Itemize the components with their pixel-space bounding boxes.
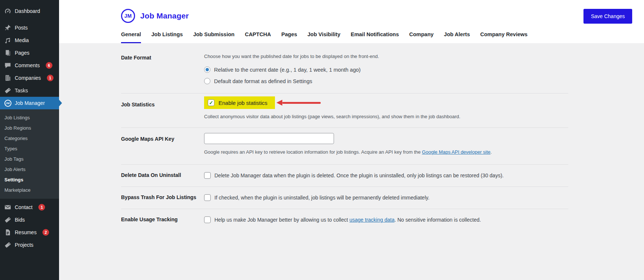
section-divider xyxy=(121,164,568,165)
radio-selected[interactable] xyxy=(204,66,210,73)
save-changes-button[interactable]: Save Changes xyxy=(583,9,632,24)
job-manager-submenu: Job Listings Job Regions Categories Type… xyxy=(0,109,59,199)
radio-label: Default date format as defined in Settin… xyxy=(214,78,312,84)
sidebar-item-label: Resumes xyxy=(15,229,37,235)
usage-tracking-checkbox[interactable] xyxy=(204,216,211,223)
sidebar-item-tasks[interactable]: Tasks xyxy=(0,84,59,97)
setting-description: Choose how you want the published date f… xyxy=(204,54,568,59)
enable-job-statistics-checkbox[interactable] xyxy=(208,99,214,106)
submenu-item-job-listings[interactable]: Job Listings xyxy=(0,112,59,123)
tab-company-reviews[interactable]: Company Reviews xyxy=(480,31,527,43)
tag-icon xyxy=(4,241,11,249)
usage-tracking-data-link[interactable]: usage tracking data xyxy=(349,217,395,223)
sidebar-item-contact[interactable]: Contact 1 xyxy=(0,201,59,214)
settings-tabs: General Job Listings Job Submission CAPT… xyxy=(59,24,644,43)
admin-sidebar: Dashboard Posts Media Pages Comments 6 C… xyxy=(0,0,59,280)
sidebar-item-job-manager[interactable]: JM Job Manager xyxy=(0,97,59,109)
sidebar-item-label: Tasks xyxy=(15,88,28,93)
setting-description: Google requires an API key to retrieve l… xyxy=(204,149,568,155)
sidebar-item-projects[interactable]: Projects xyxy=(0,239,59,251)
plugin-header: JM Job Manager Save Changes xyxy=(59,0,644,24)
checkbox-label: If checked, when the plugin is uninstall… xyxy=(214,194,430,201)
setting-label: Google Maps API Key xyxy=(121,133,204,155)
resumes-count-badge: 2 xyxy=(42,229,49,236)
sidebar-item-comments[interactable]: Comments 6 xyxy=(0,59,59,72)
date-format-row: Date Format Choose how you want the publ… xyxy=(121,54,568,84)
section-divider xyxy=(121,209,568,209)
section-divider xyxy=(121,187,568,187)
google-maps-api-key-input[interactable] xyxy=(204,133,334,144)
sidebar-separator xyxy=(0,17,59,21)
setting-label: Delete Data On Uninstall xyxy=(121,172,204,179)
section-divider xyxy=(121,127,568,128)
sidebar-item-label: Posts xyxy=(15,25,28,31)
pages-icon xyxy=(4,49,11,57)
sidebar-item-label: Job Manager xyxy=(15,100,45,106)
bypass-trash-checkbox[interactable] xyxy=(204,194,211,201)
setting-label: Enable Usage Tracking xyxy=(121,216,204,223)
tab-company[interactable]: Company xyxy=(409,31,434,43)
sidebar-item-pages[interactable]: Pages xyxy=(0,47,59,59)
sidebar-item-bids[interactable]: Bids xyxy=(0,214,59,226)
submenu-item-marketplace[interactable]: Marketplace xyxy=(0,185,59,195)
sidebar-item-dashboard[interactable]: Dashboard xyxy=(0,5,59,17)
tab-job-listings[interactable]: Job Listings xyxy=(151,31,183,43)
tab-email-notifications[interactable]: Email Notifications xyxy=(351,31,399,43)
comment-icon xyxy=(4,62,11,69)
delete-data-checkbox[interactable] xyxy=(204,172,211,179)
tab-job-visibility[interactable]: Job Visibility xyxy=(307,31,340,43)
setting-label: Job Statistics xyxy=(121,96,204,119)
job-statistics-highlight: Enable job statistics xyxy=(204,96,275,109)
dashboard-icon xyxy=(4,7,11,15)
tab-job-alerts[interactable]: Job Alerts xyxy=(444,31,470,43)
submenu-item-job-tags[interactable]: Job Tags xyxy=(0,154,59,164)
tab-general[interactable]: General xyxy=(121,31,141,43)
submenu-item-job-alerts[interactable]: Job Alerts xyxy=(0,164,59,174)
tab-pages[interactable]: Pages xyxy=(281,31,297,43)
submenu-item-job-regions[interactable]: Job Regions xyxy=(0,123,59,133)
sidebar-item-companies[interactable]: Companies 1 xyxy=(0,72,59,84)
date-format-option-default[interactable]: Default date format as defined in Settin… xyxy=(204,78,568,84)
sidebar-item-label: Pages xyxy=(15,50,30,56)
sidebar-item-resumes[interactable]: Resumes 2 xyxy=(0,226,59,239)
job-statistics-row: Job Statistics Enable job statistics Col… xyxy=(121,96,568,119)
sidebar-item-posts[interactable]: Posts xyxy=(0,21,59,34)
submenu-item-categories[interactable]: Categories xyxy=(0,133,59,143)
tab-job-submission[interactable]: Job Submission xyxy=(193,31,234,43)
job-manager-logo: JM Job Manager xyxy=(121,9,189,23)
bypass-trash-row: Bypass Trash For Job Listings If checked… xyxy=(121,194,568,201)
settings-form: Date Format Choose how you want the publ… xyxy=(59,43,644,238)
sidebar-item-label: Media xyxy=(15,37,29,43)
companies-count-badge: 1 xyxy=(47,75,54,81)
document-icon xyxy=(4,229,11,236)
contact-count-badge: 1 xyxy=(38,204,45,211)
jm-logo-icon: JM xyxy=(4,99,11,107)
comments-count-badge: 6 xyxy=(46,62,52,69)
setting-label: Bypass Trash For Job Listings xyxy=(121,194,204,201)
jm-logo-icon: JM xyxy=(121,9,135,23)
submenu-item-settings[interactable]: Settings xyxy=(0,174,59,185)
delete-data-on-uninstall-row: Delete Data On Uninstall Delete Job Mana… xyxy=(121,172,568,179)
google-maps-developer-site-link[interactable]: Google Maps API developer site xyxy=(422,149,490,155)
sidebar-item-label: Companies xyxy=(15,75,41,81)
envelope-icon xyxy=(4,204,11,211)
radio-label: Relative to the current date (e.g., 1 da… xyxy=(214,67,361,73)
sidebar-item-label: Projects xyxy=(15,242,34,248)
sidebar-item-label: Comments xyxy=(15,62,40,68)
radio-unselected[interactable] xyxy=(204,78,210,84)
date-format-option-relative[interactable]: Relative to the current date (e.g., 1 da… xyxy=(204,66,568,73)
pushpin-icon xyxy=(4,24,11,31)
tag-icon xyxy=(4,87,11,94)
tab-captcha[interactable]: CAPTCHA xyxy=(245,31,271,43)
submenu-item-types[interactable]: Types xyxy=(0,143,59,154)
checkbox-label: Enable job statistics xyxy=(218,100,268,106)
google-maps-api-key-row: Google Maps API Key Google requires an A… xyxy=(121,133,568,155)
setting-description: Collect anonymous visitor data about job… xyxy=(204,114,568,119)
plugin-title: Job Manager xyxy=(140,11,189,20)
sidebar-item-label: Contact xyxy=(15,204,32,210)
sidebar-item-media[interactable]: Media xyxy=(0,34,59,47)
checkbox-label: Help us make Job Manager better by allow… xyxy=(214,216,481,223)
setting-label: Date Format xyxy=(121,54,204,84)
building-icon xyxy=(4,74,11,82)
media-icon xyxy=(4,37,11,44)
